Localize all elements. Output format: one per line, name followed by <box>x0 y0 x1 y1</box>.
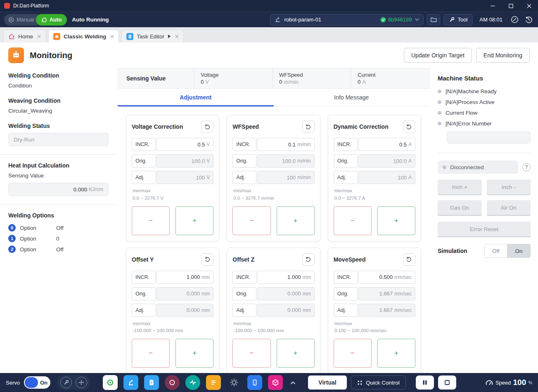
decrement-button[interactable]: − <box>334 206 372 235</box>
help-icon[interactable]: ? <box>522 163 531 171</box>
reset-button[interactable] <box>403 253 415 266</box>
increment-button[interactable]: + <box>277 339 315 368</box>
incr-field[interactable]: 0.5A <box>358 138 415 151</box>
open-file-button[interactable] <box>427 14 440 26</box>
orig-label: Orig. <box>232 287 256 300</box>
auto-mode-icon <box>41 17 47 23</box>
expand-dock-button[interactable] <box>289 378 297 387</box>
app-icon-package[interactable] <box>268 375 283 390</box>
simulation-off-button[interactable]: Off <box>485 244 507 257</box>
close-icon <box>527 4 531 8</box>
voltage-metric: Voltage 0V <box>194 68 272 88</box>
adj-field: 1.667mm/sec <box>358 304 415 317</box>
close-tab-button[interactable] <box>175 35 179 38</box>
welding-status-field[interactable]: Dry-Run <box>8 133 109 146</box>
history-button[interactable] <box>523 14 534 25</box>
virtual-mode-button[interactable]: Virtual <box>308 375 347 390</box>
incr-field[interactable]: 0.5V <box>156 138 213 151</box>
card-title: WFSpeed <box>232 123 259 130</box>
orig-label: Orig. <box>334 154 358 168</box>
auto-mode-button[interactable]: Auto <box>36 14 67 26</box>
adjusted-row: Adj. 1.667mm/sec <box>334 304 415 317</box>
increment-button[interactable]: + <box>377 206 415 235</box>
incr-field[interactable]: 1.000mm <box>156 271 213 284</box>
inch-plus-button[interactable]: Inch + <box>438 179 482 194</box>
adjustment-cards-grid: Voltage Correction INCR. 0.5V Orig. 100.… <box>118 106 429 373</box>
reset-button[interactable] <box>403 120 415 133</box>
app-icon-target[interactable] <box>165 375 180 390</box>
inch-minus-button[interactable]: Inch - <box>487 179 531 194</box>
app-icon-pendant[interactable] <box>247 375 262 390</box>
incr-label: INCR. <box>232 271 256 284</box>
adj-label: Adj. <box>132 171 156 184</box>
original-row: Orig. 1.667mm/sec <box>334 287 415 300</box>
app-icon-task-editor[interactable] <box>144 375 159 390</box>
error-reset-button[interactable]: Error Reset <box>438 222 531 236</box>
increment-button[interactable]: + <box>377 339 415 368</box>
incr-field[interactable]: 0.500mm/sec <box>358 271 415 284</box>
reset-icon <box>204 124 211 130</box>
app-icon-status-monitor[interactable] <box>185 375 200 390</box>
card-dynamic-correction: Dynamic Correction INCR. 0.5A Orig. 100.… <box>328 115 421 241</box>
gear-icon <box>230 378 239 387</box>
tab-info-message[interactable]: Info Message <box>274 89 430 106</box>
close-tab-button[interactable] <box>110 35 114 38</box>
card-voltage-correction: Voltage Correction INCR. 0.5V Orig. 100.… <box>126 115 219 241</box>
pause-button[interactable] <box>416 375 434 390</box>
stop-button[interactable] <box>438 375 456 390</box>
reset-button[interactable] <box>201 253 213 266</box>
robot-param-selector[interactable]: robot-param-01 6b946189 <box>270 14 424 26</box>
increment-button[interactable]: + <box>175 206 213 235</box>
reset-icon <box>406 124 412 130</box>
card-title: Dynamic Correction <box>334 123 389 130</box>
maximize-button[interactable] <box>502 0 520 12</box>
incr-field[interactable]: 1.000mm <box>257 271 314 284</box>
incr-label: INCR. <box>334 271 358 284</box>
app-icon-settings[interactable] <box>227 375 242 390</box>
reset-icon <box>305 256 311 262</box>
reset-icon <box>204 256 211 262</box>
increment-button[interactable]: + <box>175 339 213 368</box>
adj-label: Adj. <box>232 304 256 317</box>
close-tab-button[interactable] <box>37 35 41 38</box>
screen-draw-button[interactable] <box>509 14 520 25</box>
manual-mode-button[interactable]: Manual <box>4 14 41 26</box>
draw-icon <box>511 16 519 24</box>
quick-control-button[interactable]: Quick Control <box>351 375 406 390</box>
gas-on-button[interactable]: Gas On <box>438 200 482 215</box>
tab-home[interactable]: Home <box>3 30 46 43</box>
incr-field[interactable]: 0.1m/min <box>257 138 314 151</box>
original-row: Orig. 100.0V <box>132 154 213 168</box>
decrement-button[interactable]: − <box>132 339 170 368</box>
app-icon-dart-home[interactable] <box>103 375 118 390</box>
close-window-button[interactable] <box>520 0 538 12</box>
update-origin-target-button[interactable]: Update Origin Target <box>404 48 472 63</box>
tab-adjustment[interactable]: Adjustment <box>118 89 274 106</box>
simulation-on-button[interactable]: On <box>507 244 530 257</box>
servo-state: On <box>38 380 50 386</box>
app-icon-robot-arm[interactable] <box>123 375 138 390</box>
reset-button[interactable] <box>201 120 213 133</box>
card-title: Offset Y <box>132 256 154 263</box>
servo-toggle[interactable]: On <box>24 376 50 389</box>
app-icon-log[interactable] <box>206 375 221 390</box>
speed-indicator[interactable]: Speed 100 % <box>485 378 532 387</box>
reset-button[interactable] <box>302 120 315 133</box>
tab-task-editor[interactable]: Task Editor <box>121 30 184 43</box>
increment-button[interactable]: + <box>277 206 315 235</box>
reset-button[interactable] <box>302 253 315 266</box>
tool-button[interactable]: Tool <box>443 14 473 26</box>
jog-move-button[interactable] <box>76 377 87 388</box>
divider <box>0 204 118 205</box>
tool-settings-button[interactable] <box>60 377 72 388</box>
minimize-button[interactable] <box>483 0 502 12</box>
air-on-button[interactable]: Air On <box>487 200 531 215</box>
decrement-button[interactable]: − <box>334 339 372 368</box>
decrement-button[interactable]: − <box>132 206 170 235</box>
end-monitoring-button[interactable]: End Monitoring <box>476 48 530 63</box>
decrement-button[interactable]: − <box>232 206 270 235</box>
status-item: [N/A]Machine Ready <box>438 88 531 94</box>
tab-classic-welding[interactable]: Classic Welding <box>48 30 119 43</box>
decrement-button[interactable]: − <box>232 339 270 368</box>
status-item: [N/A]Process Active <box>438 99 531 105</box>
